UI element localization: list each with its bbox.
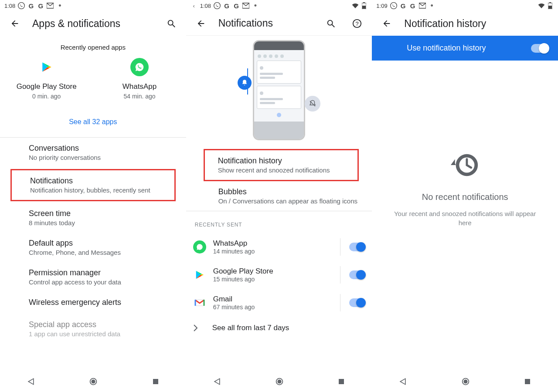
gmail-icon (193, 296, 206, 309)
sent-item-play-store[interactable]: Google Play Store15 minutes ago (186, 261, 372, 289)
sent-item-whatsapp[interactable]: WhatsApp14 minutes ago (186, 233, 372, 261)
use-notification-history-toggle-row[interactable]: Use notification history (372, 36, 558, 61)
svg-point-26 (463, 379, 467, 383)
status-bar: 1:09 G G • (372, 0, 558, 11)
toolbar: Notifications ? (186, 11, 372, 36)
toggle-use-notification-history[interactable] (531, 44, 548, 53)
toggle-gmail[interactable] (349, 298, 365, 307)
recent-app-whatsapp[interactable]: WhatsApp 54 min. ago (93, 58, 186, 100)
nav-bar (186, 371, 372, 392)
help-button[interactable]: ? (348, 15, 366, 32)
item-title: Notifications (30, 176, 167, 186)
list-item-bubbles[interactable]: Bubbles On / Conversations can appear as… (186, 181, 372, 211)
sent-app-name: Gmail (213, 295, 333, 304)
svg-rect-6 (153, 379, 158, 384)
recent-app-time: 0 min. ago (0, 93, 93, 100)
more-icon: • (252, 2, 259, 9)
item-title: Default apps (29, 239, 179, 248)
item-title: Conversations (29, 144, 179, 153)
whatsapp-icon (130, 58, 149, 76)
clock: 1:08 (4, 3, 15, 9)
nav-back-button[interactable] (398, 377, 407, 386)
empty-subtitle: Your recent and snoozed notifications wi… (372, 209, 558, 227)
recent-app-play-store[interactable]: Google Play Store 0 min. ago (0, 58, 93, 100)
nav-back-button[interactable] (27, 377, 35, 386)
list-item-wireless-emergency[interactable]: Wireless emergency alerts (0, 292, 186, 314)
gmail-icon (242, 2, 249, 9)
page-title: Apps & notifications (32, 18, 120, 30)
nav-recents-button[interactable] (524, 378, 531, 385)
nav-recents-button[interactable] (152, 378, 160, 385)
svg-rect-24 (548, 6, 552, 9)
whatsapp-icon (214, 2, 221, 9)
list-item-default-apps[interactable]: Default apps Chrome, Phone, and Messages (0, 233, 186, 262)
see-all-last-7-days[interactable]: See all from last 7 days (186, 317, 372, 339)
see-all-apps-link[interactable]: See all 32 apps (0, 107, 186, 137)
list-item-notification-history[interactable]: Notification history Show recent and sno… (204, 149, 359, 181)
sent-item-gmail[interactable]: Gmail67 minutes ago (186, 289, 372, 317)
recent-app-time: 54 min. ago (93, 93, 186, 100)
battery-icon (547, 2, 554, 9)
clock: 1:08 (200, 3, 211, 9)
search-button[interactable] (322, 15, 340, 32)
svg-point-2 (168, 20, 173, 25)
item-subtitle: 1 app can use unrestricted data (29, 330, 179, 338)
status-bar: 1:08 G G • (0, 0, 186, 11)
back-button[interactable] (192, 15, 210, 32)
google-icon: G (223, 2, 230, 9)
nav-bar (372, 371, 558, 392)
google-icon: G (400, 2, 407, 9)
svg-point-7 (214, 3, 221, 9)
item-subtitle: 8 minutes today (29, 219, 179, 226)
recently-sent-header: RECENTLY SENT (186, 211, 372, 233)
nav-home-button[interactable] (88, 377, 98, 386)
list-item-special-app-access[interactable]: Special app access 1 app can use unrestr… (0, 314, 186, 344)
nav-home-button[interactable] (275, 377, 284, 386)
gmail-icon (47, 2, 54, 9)
svg-point-18 (277, 379, 281, 383)
svg-line-13 (332, 24, 335, 27)
list-item-permission-manager[interactable]: Permission manager Control app access to… (0, 262, 186, 292)
screen-notifications: ‹ 1:08 G G • Notifications ? (186, 0, 372, 392)
back-button[interactable] (378, 15, 395, 32)
toggle-play-store[interactable] (349, 270, 365, 279)
list-item-notifications[interactable]: Notifications Notification history, bubb… (10, 169, 176, 201)
chevron-left-icon: ‹ (191, 2, 197, 9)
google-icon: G (233, 2, 240, 9)
search-button[interactable] (163, 15, 180, 32)
svg-point-5 (92, 379, 95, 383)
list-item-screen-time[interactable]: Screen time 8 minutes today (0, 203, 186, 233)
svg-line-3 (172, 25, 175, 27)
item-subtitle: Notification history, bubbles, recently … (30, 186, 167, 194)
toggle-whatsapp[interactable] (349, 243, 365, 251)
separator (340, 266, 340, 284)
recent-app-name: WhatsApp (93, 82, 186, 91)
nav-recents-button[interactable] (337, 378, 345, 385)
gmail-icon (419, 2, 426, 9)
nav-back-button[interactable] (213, 377, 221, 386)
separator (340, 238, 340, 256)
svg-rect-11 (362, 6, 366, 9)
back-button[interactable] (6, 15, 24, 32)
history-icon (450, 152, 480, 178)
list-item-conversations[interactable]: Conversations No priority conversations (0, 138, 186, 167)
nav-bar (0, 371, 186, 392)
more-icon: • (56, 2, 63, 9)
google-icon: G (409, 2, 416, 9)
google-icon: G (37, 2, 44, 9)
wifi-icon (352, 2, 359, 9)
svg-rect-23 (549, 2, 551, 3)
battery-icon (361, 2, 367, 9)
item-title: Notification history (218, 156, 351, 166)
empty-state: No recent notifications Your recent and … (372, 61, 558, 227)
recent-app-name: Google Play Store (0, 82, 93, 91)
item-title: Special app access (29, 320, 179, 329)
page-title: Notification history (404, 18, 486, 30)
whatsapp-icon (18, 2, 25, 9)
nav-home-button[interactable] (461, 377, 470, 386)
status-bar: ‹ 1:08 G G • (186, 0, 372, 11)
more-icon: • (429, 2, 436, 9)
sent-app-time: 14 minutes ago (213, 248, 333, 255)
chevron-right-icon (193, 324, 205, 331)
whatsapp-icon (390, 2, 397, 9)
